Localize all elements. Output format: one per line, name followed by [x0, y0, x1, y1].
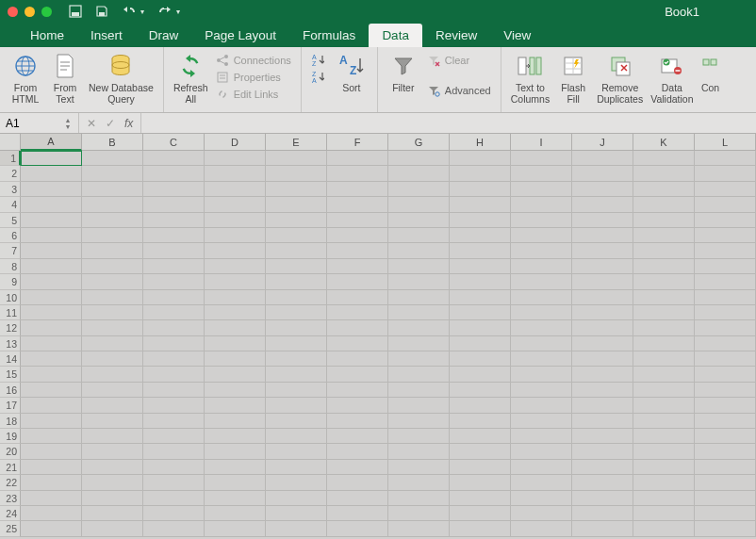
cell[interactable] — [21, 259, 82, 274]
cell[interactable] — [143, 197, 205, 212]
cell[interactable] — [388, 290, 450, 305]
cancel-icon[interactable]: ✕ — [87, 117, 96, 130]
cell[interactable] — [205, 228, 266, 243]
save-icon[interactable] — [95, 5, 108, 18]
cell[interactable] — [572, 336, 633, 351]
cell[interactable] — [327, 228, 388, 243]
cell[interactable] — [572, 491, 633, 506]
cell[interactable] — [143, 521, 205, 536]
column-header[interactable]: G — [388, 134, 450, 151]
cell[interactable] — [450, 444, 511, 459]
cell[interactable] — [450, 213, 511, 228]
row-header[interactable]: 16 — [0, 383, 21, 398]
cell[interactable] — [511, 521, 572, 536]
cell[interactable] — [388, 429, 450, 444]
cell[interactable] — [695, 290, 756, 305]
cell[interactable] — [633, 491, 695, 506]
cell[interactable] — [327, 475, 388, 490]
cell[interactable] — [143, 429, 205, 444]
from-text-button[interactable]: From Text — [45, 51, 85, 105]
cell[interactable] — [205, 336, 266, 351]
cell[interactable] — [511, 166, 572, 181]
cell[interactable] — [266, 197, 327, 212]
cell[interactable] — [82, 367, 143, 382]
tab-review[interactable]: Review — [422, 24, 490, 47]
cell[interactable] — [21, 444, 82, 459]
cell[interactable] — [450, 259, 511, 274]
cell[interactable] — [327, 491, 388, 506]
column-header[interactable]: H — [450, 134, 511, 151]
cell[interactable] — [572, 414, 633, 429]
cell[interactable] — [205, 320, 266, 335]
row-header[interactable]: 8 — [0, 259, 21, 274]
properties-button[interactable]: Properties — [212, 70, 295, 85]
cell[interactable] — [633, 305, 695, 320]
maximize-icon[interactable] — [41, 7, 52, 17]
cell[interactable] — [327, 398, 388, 413]
cell[interactable] — [143, 182, 205, 197]
cell[interactable] — [82, 166, 143, 181]
cell[interactable] — [450, 290, 511, 305]
cell[interactable] — [511, 290, 572, 305]
cell[interactable] — [633, 336, 695, 351]
data-validation-button[interactable]: Data Validation — [647, 51, 697, 105]
cell[interactable] — [633, 429, 695, 444]
cell[interactable] — [327, 506, 388, 521]
cell[interactable] — [143, 228, 205, 243]
cell[interactable] — [511, 213, 572, 228]
cell[interactable] — [450, 367, 511, 382]
undo-icon[interactable]: ▾ — [122, 5, 144, 18]
cell[interactable] — [143, 351, 205, 367]
cell[interactable] — [205, 274, 266, 289]
cell[interactable] — [205, 521, 266, 536]
formula-input[interactable] — [141, 113, 756, 133]
column-header[interactable]: D — [205, 134, 266, 151]
cell[interactable] — [327, 290, 388, 305]
cell[interactable] — [143, 506, 205, 521]
cell[interactable] — [511, 182, 572, 197]
cell[interactable] — [82, 506, 143, 521]
cell[interactable] — [143, 305, 205, 320]
cell[interactable] — [266, 320, 327, 335]
cell[interactable] — [695, 274, 756, 289]
cell[interactable] — [266, 367, 327, 382]
text-to-columns-button[interactable]: Text to Columns — [507, 51, 553, 105]
cell[interactable] — [205, 197, 266, 212]
cell[interactable] — [327, 351, 388, 367]
cell[interactable] — [327, 320, 388, 335]
cell[interactable] — [266, 274, 327, 289]
cell[interactable] — [388, 460, 450, 475]
row-header[interactable]: 11 — [0, 305, 21, 320]
cell[interactable] — [82, 429, 143, 444]
cell[interactable] — [388, 228, 450, 243]
cell[interactable] — [695, 351, 756, 367]
consolidate-button[interactable]: Con — [698, 51, 724, 93]
cell[interactable] — [388, 336, 450, 351]
cell[interactable] — [21, 290, 82, 305]
minimize-icon[interactable] — [25, 7, 35, 17]
cell[interactable] — [695, 320, 756, 335]
cell[interactable] — [266, 243, 327, 258]
cell[interactable] — [143, 243, 205, 258]
cell[interactable] — [327, 182, 388, 197]
column-header[interactable]: J — [572, 134, 633, 151]
cell[interactable] — [266, 460, 327, 475]
cell[interactable] — [572, 166, 633, 181]
cell[interactable] — [21, 383, 82, 398]
cell[interactable] — [327, 166, 388, 181]
tab-view[interactable]: View — [490, 24, 544, 47]
cell[interactable] — [388, 383, 450, 398]
cell[interactable] — [388, 475, 450, 490]
cell[interactable] — [21, 182, 82, 197]
cell[interactable] — [21, 305, 82, 320]
cell[interactable] — [695, 166, 756, 181]
cell[interactable] — [572, 460, 633, 475]
cell[interactable] — [327, 274, 388, 289]
row-header[interactable]: 18 — [0, 414, 21, 429]
row-header[interactable]: 3 — [0, 182, 21, 197]
cell[interactable] — [695, 444, 756, 459]
cell[interactable] — [82, 414, 143, 429]
sort-asc-button[interactable]: AZ — [307, 53, 328, 68]
cell[interactable] — [388, 320, 450, 335]
column-header[interactable]: B — [82, 134, 143, 151]
